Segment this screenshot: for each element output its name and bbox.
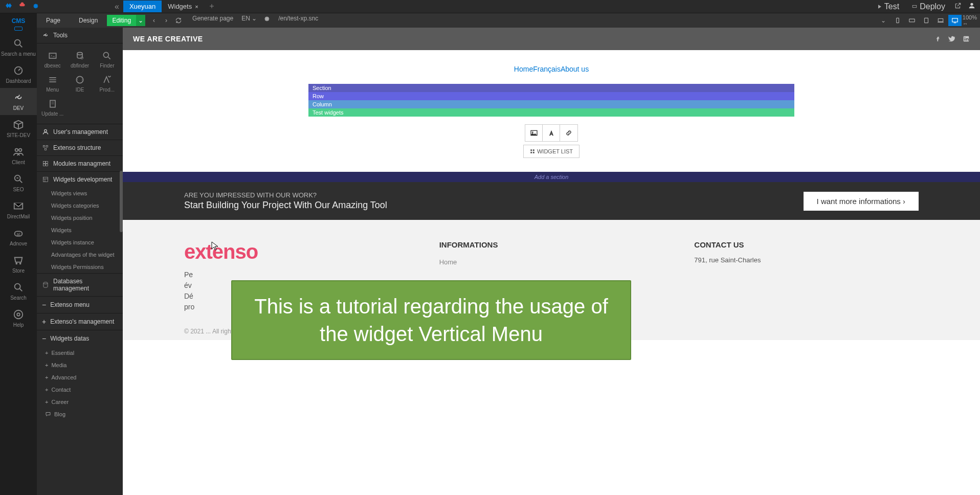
device-tablet-landscape-icon[interactable] bbox=[905, 15, 919, 26]
sp-extenso-structure[interactable]: Extenso structure bbox=[37, 140, 123, 155]
svg-point-33 bbox=[43, 282, 48, 284]
rail-dashboard[interactable]: Dashboard bbox=[0, 61, 37, 88]
svg-rect-41 bbox=[530, 152, 532, 153]
nav-back-icon[interactable]: ‹ bbox=[148, 15, 160, 26]
tool-menu[interactable]: Menu bbox=[39, 72, 66, 96]
sp-widgets-dev[interactable]: Widgets development bbox=[37, 171, 123, 187]
cta-bar: ARE YOU IMPRESSED WITH OUR WORK? Start B… bbox=[123, 182, 980, 220]
sp-wd-career[interactable]: +Career bbox=[37, 396, 123, 408]
svg-rect-32 bbox=[43, 177, 48, 182]
rail-help[interactable]: Help bbox=[0, 305, 37, 332]
left-rail: CMS Search a menu Dashboard DEV SITE-DEV… bbox=[0, 13, 37, 495]
tool-prod[interactable]: Prod... bbox=[94, 72, 121, 96]
sp-tools-header: Tools bbox=[37, 28, 123, 43]
toolbar-page[interactable]: Page bbox=[37, 15, 70, 26]
tool-finder[interactable]: Finder bbox=[94, 48, 121, 72]
external-link-icon[interactable] bbox=[954, 2, 962, 11]
sp-widgets[interactable]: Widgets bbox=[37, 224, 123, 236]
rail-search[interactable]: Search a menu bbox=[0, 34, 37, 61]
tool-link-icon[interactable] bbox=[560, 125, 577, 141]
edit-test-widgets-label[interactable]: Test widgets bbox=[308, 108, 794, 117]
rail-search2[interactable]: Search bbox=[0, 278, 37, 305]
topbar: « Xueyuan Widgets× Test Deploy bbox=[0, 0, 980, 13]
sp-wd-advanced[interactable]: +Advanced bbox=[37, 371, 123, 384]
language-selector[interactable]: EN ⌄ bbox=[238, 15, 260, 26]
tool-ide[interactable]: IDE bbox=[66, 72, 93, 96]
cta-question: ARE YOU IMPRESSED WITH OUR WORK? bbox=[184, 191, 387, 199]
tool-update[interactable]: Update ... bbox=[39, 96, 66, 120]
url-path: /en/test-xp.snc bbox=[273, 15, 323, 26]
linkedin-icon[interactable] bbox=[963, 35, 970, 42]
rail-dev[interactable]: DEV bbox=[0, 88, 37, 115]
editing-dropdown[interactable]: ⌄ bbox=[136, 15, 145, 26]
rail-sitedev[interactable]: SITE-DEV bbox=[0, 115, 37, 142]
refresh-icon[interactable] bbox=[173, 15, 184, 26]
sp-extenso-mgmt[interactable]: +Extenso's management bbox=[37, 313, 123, 330]
svg-point-1 bbox=[970, 3, 973, 5]
cta-button[interactable]: I want more informations › bbox=[804, 192, 919, 211]
rail-store[interactable]: Store bbox=[0, 251, 37, 278]
nav-francais[interactable]: Français bbox=[533, 65, 561, 73]
sp-wd-blog[interactable]: Blog bbox=[37, 408, 123, 420]
sp-wd-contact[interactable]: +Contact bbox=[37, 384, 123, 396]
add-tab-icon[interactable] bbox=[205, 2, 219, 11]
svg-rect-40 bbox=[533, 149, 534, 151]
edit-section-label[interactable]: Section bbox=[308, 84, 794, 92]
rail-adnove[interactable]: adAdnove bbox=[0, 223, 37, 251]
tool-dbexec[interactable]: dbexec bbox=[39, 48, 66, 72]
cms-label[interactable]: CMS bbox=[12, 15, 26, 27]
toolbar-design[interactable]: Design bbox=[70, 15, 107, 26]
zoom-level[interactable]: 100%↔ bbox=[963, 14, 977, 27]
tab-xueyuan[interactable]: Xueyuan bbox=[123, 1, 162, 12]
user-avatar-icon[interactable] bbox=[968, 2, 976, 12]
sp-widgets-instance[interactable]: Widgets instance bbox=[37, 236, 123, 249]
sp-widgets-categories[interactable]: Widgets categories bbox=[37, 199, 123, 212]
rail-seo[interactable]: SEO bbox=[0, 169, 37, 196]
rail-directmail[interactable]: DirectMail bbox=[0, 196, 37, 223]
sp-widgets-views[interactable]: Widgets views bbox=[37, 187, 123, 199]
tool-image-icon[interactable] bbox=[525, 125, 543, 141]
sp-widgets-advantages[interactable]: Advantages of the widget bbox=[37, 249, 123, 261]
editing-button[interactable]: Editing bbox=[107, 15, 136, 26]
edit-column-label[interactable]: Column bbox=[308, 100, 794, 108]
gear-icon[interactable] bbox=[32, 2, 39, 11]
svg-point-36 bbox=[965, 37, 966, 38]
nav-forward-icon[interactable]: › bbox=[161, 15, 172, 26]
device-laptop-icon[interactable] bbox=[934, 15, 947, 26]
tool-text-icon[interactable] bbox=[543, 125, 560, 141]
cloud-icon[interactable] bbox=[18, 2, 27, 11]
sp-modules[interactable]: Modules managment bbox=[37, 155, 123, 171]
sp-wd-essential[interactable]: +Essential bbox=[37, 347, 123, 359]
tool-dbfinder[interactable]: dbfinder bbox=[66, 48, 93, 72]
nav-about[interactable]: About us bbox=[561, 65, 589, 73]
twitter-icon[interactable] bbox=[948, 35, 955, 42]
sp-wd-media[interactable]: +Media bbox=[37, 359, 123, 371]
footer-link-home[interactable]: Home bbox=[439, 256, 664, 268]
edit-row-label[interactable]: Row bbox=[308, 92, 794, 100]
device-tablet-icon[interactable] bbox=[920, 15, 933, 26]
sp-extenso-menu[interactable]: −Extenso menu bbox=[37, 296, 123, 313]
sp-widgets-data[interactable]: −Widgets datas bbox=[37, 330, 123, 347]
sp-users[interactable]: User's management bbox=[37, 124, 123, 140]
svg-rect-15 bbox=[924, 18, 928, 22]
sp-db[interactable]: Databases management bbox=[37, 273, 123, 296]
svg-point-11 bbox=[14, 310, 23, 319]
generate-page-button[interactable]: Generate page bbox=[187, 15, 238, 26]
settings-gear-icon[interactable] bbox=[260, 15, 273, 26]
facebook-icon[interactable] bbox=[934, 35, 941, 42]
nav-home[interactable]: Home bbox=[514, 65, 533, 73]
svg-rect-13 bbox=[897, 18, 899, 22]
device-mobile-icon[interactable] bbox=[891, 15, 904, 26]
close-icon[interactable]: × bbox=[195, 4, 198, 10]
sp-widgets-permissions[interactable]: Widgets Permissions bbox=[37, 261, 123, 273]
tab-widgets[interactable]: Widgets× bbox=[162, 1, 204, 12]
rail-client[interactable]: Client bbox=[0, 142, 37, 169]
test-button[interactable]: Test bbox=[874, 1, 902, 12]
add-section-button[interactable]: Add a section bbox=[123, 172, 980, 182]
deploy-button[interactable]: Deploy bbox=[908, 1, 948, 12]
prev-tab-icon[interactable]: « bbox=[110, 2, 123, 11]
sp-widgets-position[interactable]: Widgets position bbox=[37, 212, 123, 224]
widget-list-button[interactable]: WIDGET LIST bbox=[523, 145, 580, 158]
dropdown-icon[interactable]: ⌄ bbox=[877, 15, 890, 26]
device-desktop-icon[interactable] bbox=[948, 15, 962, 26]
